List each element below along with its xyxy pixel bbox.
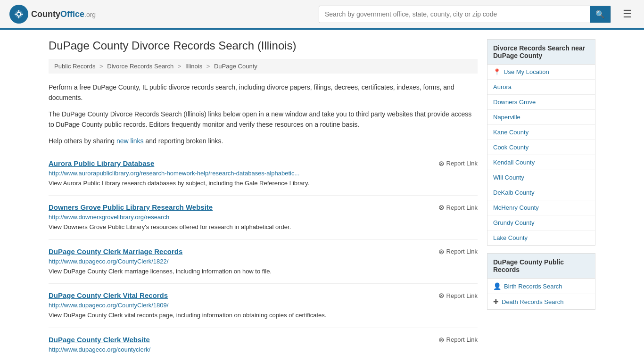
sidebar-item-mchenry-county[interactable]: McHenry County <box>487 200 595 215</box>
svg-rect-6 <box>15 14 17 15</box>
result-item: DuPage County Clerk Website ⊗ Report Lin… <box>49 328 478 362</box>
report-icon: ⊗ <box>438 291 445 300</box>
sidebar-item-naperville[interactable]: Naperville <box>487 110 595 125</box>
result-title[interactable]: DuPage County Clerk Website <box>49 336 150 344</box>
report-link-button[interactable]: ⊗ Report Link <box>438 336 478 344</box>
hamburger-icon: ☰ <box>623 8 632 20</box>
sidebar-nearby-header: Divorce Records Search near DuPage Count… <box>487 40 595 65</box>
birth-records-link[interactable]: 👤 Birth Records Search <box>487 279 595 294</box>
result-title[interactable]: Downers Grove Public Library Research We… <box>49 203 213 211</box>
lake-county-link[interactable]: Lake County <box>487 230 595 245</box>
logo-text: CountyOffice.org <box>31 9 96 19</box>
sidebar-pubrecords-section: DuPage County Public Records 👤 Birth Rec… <box>487 253 595 310</box>
report-icon: ⊗ <box>438 336 445 344</box>
sidebar-item-kendall-county[interactable]: Kendall County <box>487 155 595 170</box>
result-item: DuPage County Clerk Marriage Records ⊗ R… <box>49 240 478 284</box>
report-icon: ⊗ <box>438 247 445 256</box>
dekalb-county-link[interactable]: DeKalb County <box>487 185 595 200</box>
sidebar-pubrecords-header: DuPage County Public Records <box>487 254 595 279</box>
result-item: DuPage County Clerk Vital Records ⊗ Repo… <box>49 284 478 328</box>
sidebar-item-downers-grove[interactable]: Downers Grove <box>487 95 595 110</box>
search-button[interactable]: 🔍 <box>590 6 611 23</box>
death-records-link[interactable]: ✚ Death Records Search <box>487 294 595 309</box>
desc-para-1: Perform a free DuPage County, IL public … <box>49 82 478 103</box>
search-bar: 🔍 <box>319 6 611 23</box>
breadcrumb: Public Records > Divorce Records Search … <box>49 59 478 74</box>
sidebar-item-death-records[interactable]: ✚ Death Records Search <box>487 294 595 309</box>
result-url[interactable]: http://www.dupageco.org/countyclerk/ <box>49 346 478 353</box>
new-links-link[interactable]: new links <box>116 137 144 145</box>
menu-button[interactable]: ☰ <box>620 6 635 23</box>
sidebar-item-use-location[interactable]: 📍 Use My Location <box>487 65 595 80</box>
breadcrumb-sep-2: > <box>178 63 182 70</box>
result-item: Aurora Public Library Database ⊗ Report … <box>49 152 478 196</box>
svg-rect-7 <box>21 14 23 15</box>
sidebar-item-aurora[interactable]: Aurora <box>487 80 595 95</box>
breadcrumb-current: DuPage County <box>214 63 257 70</box>
sidebar-item-birth-records[interactable]: 👤 Birth Records Search <box>487 279 595 294</box>
result-title[interactable]: DuPage County Clerk Vital Records <box>49 291 168 299</box>
kane-county-link[interactable]: Kane County <box>487 125 595 140</box>
sidebar-pubrecords-list: 👤 Birth Records Search ✚ Death Records S… <box>487 279 595 309</box>
sidebar-item-grundy-county[interactable]: Grundy County <box>487 215 595 230</box>
result-url[interactable]: http://www.dupageco.org/CountyClerk/1822… <box>49 258 478 265</box>
sidebar-nearby-section: Divorce Records Search near DuPage Count… <box>487 39 595 246</box>
search-input[interactable] <box>319 7 590 22</box>
downers-grove-link[interactable]: Downers Grove <box>487 95 595 109</box>
result-desc: View DuPage County Clerk vital records p… <box>49 311 478 320</box>
aurora-link[interactable]: Aurora <box>487 80 595 94</box>
search-icon: 🔍 <box>595 10 605 18</box>
sidebar-item-will-county[interactable]: Will County <box>487 170 595 185</box>
use-location-link[interactable]: 📍 Use My Location <box>487 65 595 79</box>
mchenry-county-link[interactable]: McHenry County <box>487 200 595 215</box>
naperville-link[interactable]: Naperville <box>487 110 595 124</box>
cook-county-link[interactable]: Cook County <box>487 140 595 155</box>
results-list: Aurora Public Library Database ⊗ Report … <box>49 152 478 362</box>
result-url[interactable]: http://www.aurorapubliclibrary.org/resea… <box>49 170 478 177</box>
breadcrumb-link-illinois[interactable]: Illinois <box>185 63 202 70</box>
description: Perform a free DuPage County, IL public … <box>49 82 478 146</box>
svg-rect-4 <box>18 10 19 12</box>
page-title: DuPage County Divorce Records Search (Il… <box>49 39 478 52</box>
desc-para-3: Help others by sharing new links and rep… <box>49 136 478 146</box>
breadcrumb-link-divorce[interactable]: Divorce Records Search <box>107 63 173 70</box>
grundy-county-link[interactable]: Grundy County <box>487 215 595 230</box>
will-county-link[interactable]: Will County <box>487 170 595 185</box>
cross-icon: ✚ <box>493 298 499 305</box>
logo[interactable]: CountyOffice.org <box>9 5 96 24</box>
report-icon: ⊗ <box>438 203 445 212</box>
svg-rect-5 <box>18 16 19 18</box>
report-link-button[interactable]: ⊗ Report Link <box>438 159 478 168</box>
sidebar-item-cook-county[interactable]: Cook County <box>487 140 595 155</box>
breadcrumb-sep-1: > <box>99 63 103 70</box>
report-icon: ⊗ <box>438 159 445 168</box>
sidebar: Divorce Records Search near DuPage Count… <box>487 39 595 362</box>
logo-icon <box>9 5 28 24</box>
result-title[interactable]: DuPage County Clerk Marriage Records <box>49 247 182 255</box>
breadcrumb-link-public-records[interactable]: Public Records <box>54 63 95 70</box>
result-item: Downers Grove Public Library Research We… <box>49 196 478 240</box>
svg-point-3 <box>17 13 20 16</box>
breadcrumb-sep-3: > <box>206 63 210 70</box>
sidebar-item-lake-county[interactable]: Lake County <box>487 230 595 245</box>
report-link-button[interactable]: ⊗ Report Link <box>438 291 478 300</box>
result-url[interactable]: http://www.downersgrovelibrary.org/resea… <box>49 214 478 221</box>
sidebar-item-dekalb-county[interactable]: DeKalb County <box>487 185 595 200</box>
result-desc: View Aurora Public Library research data… <box>49 179 478 188</box>
sidebar-item-kane-county[interactable]: Kane County <box>487 125 595 140</box>
result-desc: View Downers Grove Public Library's reso… <box>49 222 478 232</box>
report-link-button[interactable]: ⊗ Report Link <box>438 203 478 212</box>
result-title[interactable]: Aurora Public Library Database <box>49 159 154 167</box>
result-desc: View DuPage County Clerk marriage licens… <box>49 267 478 276</box>
report-link-button[interactable]: ⊗ Report Link <box>438 247 478 256</box>
person-icon: 👤 <box>493 282 501 290</box>
desc-para-2: The DuPage County Divorce Records Search… <box>49 109 478 130</box>
pin-icon: 📍 <box>493 68 501 75</box>
result-url[interactable]: http://www.dupageco.org/CountyClerk/1809… <box>49 302 478 309</box>
sidebar-nearby-list: 📍 Use My Location Aurora Downers Grove N… <box>487 65 595 245</box>
kendall-county-link[interactable]: Kendall County <box>487 155 595 170</box>
